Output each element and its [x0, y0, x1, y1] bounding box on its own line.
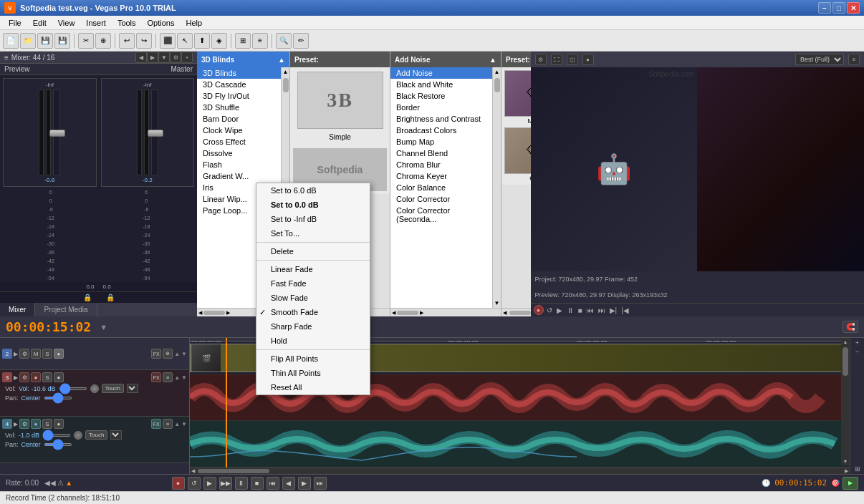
vfx-item-brightness[interactable]: Brightness and Contrast: [390, 113, 492, 125]
mixer-settings[interactable]: ⚙: [170, 52, 181, 63]
vfx-item-colorcorrector2[interactable]: Color Corrector (Seconda...: [390, 205, 492, 225]
transition-item-3dfly[interactable]: 3D Fly In/Out: [197, 90, 281, 102]
menu-file[interactable]: File: [3, 17, 27, 29]
toolbar-undo[interactable]: ↩: [119, 33, 135, 49]
vfx-h-scroll-left[interactable]: ◀: [392, 310, 395, 316]
ctx-flip-all[interactable]: Flip All Points: [256, 352, 370, 366]
transport-play2-btn[interactable]: ▶▶: [219, 477, 232, 490]
timeline-vscroll-up[interactable]: ▲: [842, 338, 850, 346]
transport-next-marker[interactable]: ⏭: [314, 477, 327, 490]
preview-pause-btn[interactable]: ⏸: [565, 306, 575, 314]
ctx-thin-all[interactable]: Thin All Points: [256, 366, 370, 380]
transition-item-3dcascade[interactable]: 3D Cascade: [197, 79, 281, 90]
transport-fwd-btn[interactable]: ▶: [298, 477, 311, 490]
vfx-scrollbar-thumb[interactable]: [494, 78, 500, 92]
track-settings-4[interactable]: ⚙: [19, 419, 29, 429]
transition-item-barndoor[interactable]: Barn Door: [197, 113, 281, 125]
timeline-zoom-out[interactable]: −: [855, 348, 859, 355]
preview-settings[interactable]: ⚙: [535, 54, 547, 65]
track-mode-select-3[interactable]: ▼: [127, 384, 138, 393]
track-mute-2[interactable]: M: [31, 349, 41, 359]
ctx-linear-fade[interactable]: Linear Fade: [256, 262, 370, 276]
track-fxchain-3[interactable]: FX: [151, 372, 161, 382]
transport-rewind-btn[interactable]: ◀: [282, 477, 295, 490]
transport-pause-btn[interactable]: ⏸: [235, 477, 248, 490]
menu-tools[interactable]: Tools: [112, 17, 142, 29]
track-vol-knob-4[interactable]: [74, 431, 82, 440]
toolbar-tool4[interactable]: ◈: [211, 33, 227, 49]
timeline-snap[interactable]: 🧲: [843, 321, 858, 333]
toolbar-tool2[interactable]: ↖: [177, 33, 193, 49]
vfx-scrollbar-down[interactable]: ▼: [493, 299, 501, 308]
track-up-4[interactable]: ▲: [174, 421, 180, 427]
transitions-h-scrollbar-thumb[interactable]: [203, 311, 225, 315]
preview-play-btn[interactable]: ▶: [555, 306, 564, 314]
maximize-button[interactable]: □: [832, 2, 845, 14]
timeline-hscroll-left[interactable]: ◀: [191, 468, 195, 474]
track-up-3[interactable]: ▲: [174, 374, 180, 381]
transitions-scroll-up[interactable]: ▲: [278, 56, 285, 64]
transition-item-flash[interactable]: Flash: [197, 159, 281, 170]
timeline-vscroll[interactable]: ▲ ▼: [841, 338, 850, 465]
ctx-sharp-fade[interactable]: Sharp Fade: [256, 319, 370, 334]
transport-render[interactable]: ▶: [843, 477, 858, 490]
preview-more[interactable]: ≡: [848, 54, 860, 65]
vfx-scrollbar-up[interactable]: ▲: [493, 67, 501, 77]
fx-preset-h-scrollbar-thumb[interactable]: [509, 311, 531, 315]
transport-loop-btn[interactable]: ↺: [188, 477, 201, 490]
toolbar-zoom[interactable]: 🔍: [276, 33, 292, 49]
track-touch-3[interactable]: Touch: [102, 384, 124, 393]
timeline-zoom-in[interactable]: +: [855, 339, 859, 346]
toolbar-redo[interactable]: ↪: [136, 33, 152, 49]
vfx-item-chromakeyer[interactable]: Chroma Keyer: [390, 170, 492, 182]
track-settings-3[interactable]: ⚙: [19, 372, 29, 382]
preview-step-back[interactable]: ⏮: [585, 306, 595, 314]
track-expand-4[interactable]: ▶: [14, 421, 18, 427]
ctx-set-6db[interactable]: Set to 6.0 dB: [256, 183, 370, 198]
mixer-nav-next[interactable]: ▶: [147, 52, 158, 63]
mixer-nav-down[interactable]: ▼: [158, 52, 170, 63]
menu-view[interactable]: View: [52, 17, 81, 29]
track-down-4[interactable]: ▼: [181, 421, 187, 427]
transport-record-btn[interactable]: ●: [172, 477, 185, 490]
transport-rewind[interactable]: ⚠: [57, 479, 64, 487]
ctx-hold[interactable]: Hold: [256, 334, 370, 348]
toolbar-pen[interactable]: ✏: [293, 33, 309, 49]
vfx-h-scroll-right[interactable]: ▶: [420, 310, 423, 316]
vfx-item-addnoise[interactable]: Add Noise: [390, 67, 492, 79]
transitions-h-scroll-right[interactable]: ▶: [226, 310, 230, 316]
preview-prev[interactable]: |◀: [620, 306, 630, 314]
preview-rewind-btn[interactable]: ↺: [545, 306, 554, 314]
transitions-scrollbar-up[interactable]: ▲: [282, 67, 289, 77]
toolbar-cut[interactable]: ✂: [78, 33, 94, 49]
fx-preset-medium[interactable]: 👁 Medium: [504, 70, 531, 125]
track-mode-select-4[interactable]: ▼: [110, 430, 122, 440]
ctx-slow-fade[interactable]: Slow Fade: [256, 291, 370, 305]
transport-play-btn[interactable]: ▶: [203, 477, 216, 490]
tab-mixer[interactable]: Mixer: [0, 303, 35, 316]
toolbar-save2[interactable]: 💾: [54, 33, 70, 49]
toolbar-tool5[interactable]: ⊞: [235, 33, 251, 49]
vfx-item-bw[interactable]: Black and White: [390, 79, 492, 90]
preview-split[interactable]: ◫: [567, 54, 578, 65]
vfx-item-channelblend[interactable]: Channel Blend: [390, 147, 492, 159]
toolbar-tool6[interactable]: ≡: [252, 33, 268, 49]
preview-quality-select[interactable]: Best (Full) Draft Preview: [795, 54, 844, 65]
mixer-add[interactable]: +: [181, 52, 193, 63]
transition-item-gradient[interactable]: Gradient W...: [197, 170, 281, 182]
track-down-2[interactable]: ▼: [181, 351, 187, 357]
track-solo-2[interactable]: S: [42, 349, 52, 359]
track-fxchain-4[interactable]: FX: [151, 419, 161, 429]
ctx-set-to[interactable]: Set To...: [256, 226, 370, 241]
track-down-3[interactable]: ▼: [181, 374, 187, 381]
track-fxchain-2[interactable]: FX: [151, 349, 161, 359]
preview-stop-btn[interactable]: ■: [577, 306, 584, 314]
vfx-item-bumpmap[interactable]: Bump Map: [390, 136, 492, 147]
transition-item-3dblinds[interactable]: 3D Blinds: [197, 67, 281, 79]
transition-item-3dshuffle[interactable]: 3D Shuffle: [197, 102, 281, 113]
toolbar-tool3[interactable]: ⬆: [194, 33, 210, 49]
track-pan-slider-4[interactable]: [44, 443, 72, 446]
toolbar-tool1[interactable]: ⬛: [160, 33, 176, 49]
mixer-nav-prev[interactable]: ◀: [135, 52, 147, 63]
track-touch-4[interactable]: Touch: [85, 430, 107, 440]
